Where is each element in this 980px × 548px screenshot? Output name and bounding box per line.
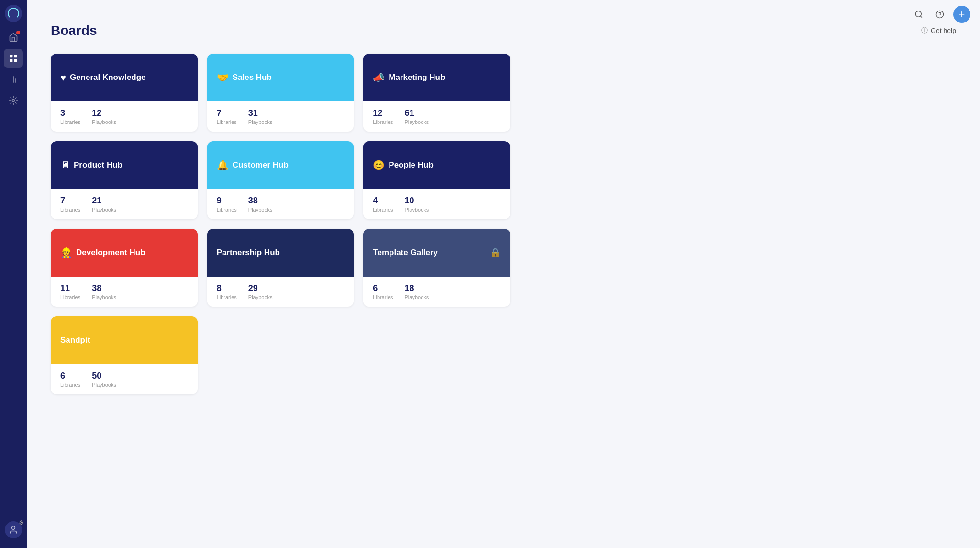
help-icon[interactable] [932, 7, 947, 22]
sidebar: ⚙ [0, 0, 27, 548]
libraries-count: 6 [60, 371, 80, 381]
playbooks-count: 29 [248, 283, 273, 293]
playbooks-stat: 12 Playbooks [92, 108, 116, 125]
libraries-count: 6 [373, 283, 393, 293]
libraries-stat: 7 Libraries [60, 196, 80, 212]
libraries-count: 3 [60, 108, 80, 118]
board-title: People Hub [389, 160, 434, 170]
board-stats-development-hub: 11 Libraries 38 Playbooks [51, 277, 198, 307]
sidebar-item-integrations[interactable] [4, 91, 23, 110]
board-stats-marketing-hub: 12 Libraries 61 Playbooks [363, 101, 510, 132]
board-stats-partnership-hub: 8 Libraries 29 Playbooks [207, 277, 354, 307]
playbooks-label: Playbooks [92, 207, 116, 212]
sidebar-nav [4, 28, 23, 521]
libraries-label: Libraries [60, 294, 80, 300]
playbooks-label: Playbooks [405, 294, 429, 300]
libraries-label: Libraries [373, 207, 393, 212]
libraries-count: 7 [60, 196, 80, 206]
playbooks-label: Playbooks [92, 119, 116, 125]
playbooks-count: 12 [92, 108, 116, 118]
playbooks-count: 31 [248, 108, 273, 118]
search-icon[interactable] [911, 7, 926, 22]
svg-point-12 [12, 526, 15, 530]
board-banner-product-hub: 🖥 Product Hub [51, 141, 198, 189]
board-title: Sandpit [60, 336, 90, 345]
board-card-sales-hub[interactable]: 🤝 Sales Hub 7 Libraries 31 Playbooks [207, 54, 354, 132]
libraries-stat: 9 Libraries [217, 196, 237, 212]
top-bar: + [902, 0, 980, 29]
playbooks-count: 38 [248, 196, 273, 206]
playbooks-label: Playbooks [92, 294, 116, 300]
notification-dot [16, 31, 20, 34]
board-card-customer-hub[interactable]: 🔔 Customer Hub 9 Libraries 38 Playbooks [207, 141, 354, 219]
libraries-count: 8 [217, 283, 237, 293]
board-card-sandpit[interactable]: Sandpit 6 Libraries 50 Playbooks [51, 316, 198, 394]
playbooks-stat: 38 Playbooks [248, 196, 273, 212]
svg-rect-5 [14, 55, 17, 58]
svg-rect-4 [10, 55, 13, 58]
svg-line-1 [920, 16, 922, 17]
libraries-count: 7 [217, 108, 237, 118]
board-stats-product-hub: 7 Libraries 21 Playbooks [51, 189, 198, 219]
board-emoji: 👷 [60, 247, 72, 258]
playbooks-count: 21 [92, 196, 116, 206]
playbooks-count: 50 [92, 371, 116, 381]
libraries-label: Libraries [217, 294, 237, 300]
logo[interactable] [5, 5, 22, 22]
board-emoji: 😊 [373, 159, 385, 171]
sidebar-item-home[interactable] [4, 28, 23, 47]
playbooks-label: Playbooks [248, 119, 273, 125]
board-banner-people-hub: 😊 People Hub [363, 141, 510, 189]
board-banner-general-knowledge: ♥ General Knowledge [51, 54, 198, 101]
board-card-marketing-hub[interactable]: 📣 Marketing Hub 12 Libraries 61 Playbook… [363, 54, 510, 132]
libraries-stat: 6 Libraries [373, 283, 393, 300]
board-emoji: 🤝 [217, 72, 229, 83]
libraries-count: 9 [217, 196, 237, 206]
libraries-label: Libraries [373, 119, 393, 125]
playbooks-count: 38 [92, 283, 116, 293]
board-banner-partnership-hub: Partnership Hub [207, 229, 354, 277]
playbooks-count: 18 [405, 283, 429, 293]
board-title: Sales Hub [233, 73, 272, 82]
playbooks-stat: 21 Playbooks [92, 196, 116, 212]
libraries-label: Libraries [60, 207, 80, 212]
board-card-general-knowledge[interactable]: ♥ General Knowledge 3 Libraries 12 Playb… [51, 54, 198, 132]
add-button[interactable]: + [953, 6, 970, 23]
libraries-stat: 7 Libraries [217, 108, 237, 125]
svg-point-0 [915, 11, 921, 17]
board-stats-sandpit: 6 Libraries 50 Playbooks [51, 364, 198, 394]
sidebar-item-boards[interactable] [4, 49, 23, 68]
board-stats-general-knowledge: 3 Libraries 12 Playbooks [51, 101, 198, 132]
libraries-stat: 4 Libraries [373, 196, 393, 212]
playbooks-label: Playbooks [92, 382, 116, 388]
user-avatar[interactable]: ⚙ [5, 521, 22, 538]
svg-rect-7 [14, 59, 17, 62]
page-header: Boards ⓘ Get help [51, 23, 956, 38]
board-card-people-hub[interactable]: 😊 People Hub 4 Libraries 10 Playbooks [363, 141, 510, 219]
board-emoji: ♥ [60, 72, 66, 83]
playbooks-stat: 10 Playbooks [405, 196, 429, 212]
libraries-label: Libraries [217, 207, 237, 212]
board-banner-development-hub: 👷 Development Hub [51, 229, 198, 277]
playbooks-stat: 38 Playbooks [92, 283, 116, 300]
board-card-template-gallery[interactable]: Template Gallery 🔒 6 Libraries 18 Playbo… [363, 229, 510, 307]
playbooks-label: Playbooks [248, 207, 273, 212]
sidebar-bottom: ⚙ [5, 521, 22, 543]
board-stats-sales-hub: 7 Libraries 31 Playbooks [207, 101, 354, 132]
board-title: Customer Hub [233, 160, 289, 170]
libraries-label: Libraries [60, 119, 80, 125]
sidebar-item-analytics[interactable] [4, 70, 23, 89]
libraries-stat: 11 Libraries [60, 283, 80, 300]
gear-icon: ⚙ [19, 519, 24, 526]
playbooks-stat: 31 Playbooks [248, 108, 273, 125]
libraries-stat: 12 Libraries [373, 108, 393, 125]
board-title: Template Gallery [373, 248, 438, 257]
libraries-label: Libraries [217, 119, 237, 125]
board-card-product-hub[interactable]: 🖥 Product Hub 7 Libraries 21 Playbooks [51, 141, 198, 219]
playbooks-label: Playbooks [405, 207, 429, 212]
board-card-development-hub[interactable]: 👷 Development Hub 11 Libraries 38 Playbo… [51, 229, 198, 307]
board-title: General Knowledge [70, 73, 146, 82]
lock-icon: 🔒 [490, 247, 501, 258]
board-card-partnership-hub[interactable]: Partnership Hub 8 Libraries 29 Playbooks [207, 229, 354, 307]
svg-point-11 [12, 100, 15, 102]
